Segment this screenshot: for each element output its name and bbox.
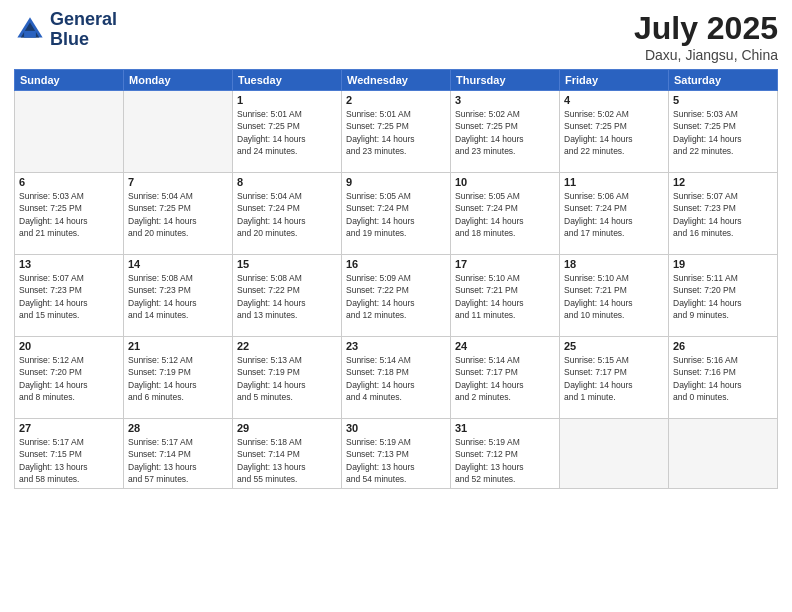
calendar-cell: 15Sunrise: 5:08 AM Sunset: 7:22 PM Dayli…: [233, 255, 342, 337]
calendar-cell: 29Sunrise: 5:18 AM Sunset: 7:14 PM Dayli…: [233, 419, 342, 489]
calendar-cell: 23Sunrise: 5:14 AM Sunset: 7:18 PM Dayli…: [342, 337, 451, 419]
day-number: 26: [673, 340, 773, 352]
day-number: 5: [673, 94, 773, 106]
day-info: Sunrise: 5:01 AM Sunset: 7:25 PM Dayligh…: [346, 108, 446, 157]
day-info: Sunrise: 5:02 AM Sunset: 7:25 PM Dayligh…: [455, 108, 555, 157]
day-number: 30: [346, 422, 446, 434]
calendar-cell: 1Sunrise: 5:01 AM Sunset: 7:25 PM Daylig…: [233, 91, 342, 173]
day-info: Sunrise: 5:05 AM Sunset: 7:24 PM Dayligh…: [346, 190, 446, 239]
calendar-cell: 25Sunrise: 5:15 AM Sunset: 7:17 PM Dayli…: [560, 337, 669, 419]
logo-line1: General: [50, 10, 117, 30]
day-info: Sunrise: 5:10 AM Sunset: 7:21 PM Dayligh…: [455, 272, 555, 321]
calendar-cell: 2Sunrise: 5:01 AM Sunset: 7:25 PM Daylig…: [342, 91, 451, 173]
day-number: 17: [455, 258, 555, 270]
day-info: Sunrise: 5:06 AM Sunset: 7:24 PM Dayligh…: [564, 190, 664, 239]
day-number: 15: [237, 258, 337, 270]
day-number: 11: [564, 176, 664, 188]
header: General Blue July 2025 Daxu, Jiangsu, Ch…: [14, 10, 778, 63]
day-info: Sunrise: 5:19 AM Sunset: 7:13 PM Dayligh…: [346, 436, 446, 485]
calendar-week-row: 20Sunrise: 5:12 AM Sunset: 7:20 PM Dayli…: [15, 337, 778, 419]
day-info: Sunrise: 5:14 AM Sunset: 7:17 PM Dayligh…: [455, 354, 555, 403]
day-info: Sunrise: 5:10 AM Sunset: 7:21 PM Dayligh…: [564, 272, 664, 321]
day-number: 16: [346, 258, 446, 270]
title-block: July 2025 Daxu, Jiangsu, China: [634, 10, 778, 63]
day-number: 6: [19, 176, 119, 188]
calendar-cell: 27Sunrise: 5:17 AM Sunset: 7:15 PM Dayli…: [15, 419, 124, 489]
calendar: SundayMondayTuesdayWednesdayThursdayFrid…: [14, 69, 778, 489]
day-info: Sunrise: 5:14 AM Sunset: 7:18 PM Dayligh…: [346, 354, 446, 403]
calendar-week-row: 13Sunrise: 5:07 AM Sunset: 7:23 PM Dayli…: [15, 255, 778, 337]
calendar-cell: 4Sunrise: 5:02 AM Sunset: 7:25 PM Daylig…: [560, 91, 669, 173]
calendar-header-row: SundayMondayTuesdayWednesdayThursdayFrid…: [15, 70, 778, 91]
weekday-header: Friday: [560, 70, 669, 91]
calendar-cell: 28Sunrise: 5:17 AM Sunset: 7:14 PM Dayli…: [124, 419, 233, 489]
day-number: 8: [237, 176, 337, 188]
day-number: 31: [455, 422, 555, 434]
day-number: 22: [237, 340, 337, 352]
weekday-header: Monday: [124, 70, 233, 91]
calendar-cell: 18Sunrise: 5:10 AM Sunset: 7:21 PM Dayli…: [560, 255, 669, 337]
day-info: Sunrise: 5:11 AM Sunset: 7:20 PM Dayligh…: [673, 272, 773, 321]
calendar-cell: 30Sunrise: 5:19 AM Sunset: 7:13 PM Dayli…: [342, 419, 451, 489]
day-number: 23: [346, 340, 446, 352]
logo-icon: [14, 14, 46, 46]
day-number: 20: [19, 340, 119, 352]
calendar-cell: 24Sunrise: 5:14 AM Sunset: 7:17 PM Dayli…: [451, 337, 560, 419]
calendar-cell: 19Sunrise: 5:11 AM Sunset: 7:20 PM Dayli…: [669, 255, 778, 337]
weekday-header: Saturday: [669, 70, 778, 91]
calendar-cell: [560, 419, 669, 489]
day-info: Sunrise: 5:03 AM Sunset: 7:25 PM Dayligh…: [19, 190, 119, 239]
calendar-cell: 5Sunrise: 5:03 AM Sunset: 7:25 PM Daylig…: [669, 91, 778, 173]
day-number: 9: [346, 176, 446, 188]
day-number: 3: [455, 94, 555, 106]
day-info: Sunrise: 5:12 AM Sunset: 7:19 PM Dayligh…: [128, 354, 228, 403]
day-number: 12: [673, 176, 773, 188]
calendar-cell: 26Sunrise: 5:16 AM Sunset: 7:16 PM Dayli…: [669, 337, 778, 419]
calendar-cell: 16Sunrise: 5:09 AM Sunset: 7:22 PM Dayli…: [342, 255, 451, 337]
day-info: Sunrise: 5:18 AM Sunset: 7:14 PM Dayligh…: [237, 436, 337, 485]
calendar-week-row: 1Sunrise: 5:01 AM Sunset: 7:25 PM Daylig…: [15, 91, 778, 173]
page: General Blue July 2025 Daxu, Jiangsu, Ch…: [0, 0, 792, 612]
logo-line2: Blue: [50, 30, 117, 50]
calendar-week-row: 27Sunrise: 5:17 AM Sunset: 7:15 PM Dayli…: [15, 419, 778, 489]
calendar-cell: 17Sunrise: 5:10 AM Sunset: 7:21 PM Dayli…: [451, 255, 560, 337]
calendar-cell: 21Sunrise: 5:12 AM Sunset: 7:19 PM Dayli…: [124, 337, 233, 419]
day-number: 13: [19, 258, 119, 270]
day-info: Sunrise: 5:09 AM Sunset: 7:22 PM Dayligh…: [346, 272, 446, 321]
calendar-cell: 14Sunrise: 5:08 AM Sunset: 7:23 PM Dayli…: [124, 255, 233, 337]
calendar-cell: 13Sunrise: 5:07 AM Sunset: 7:23 PM Dayli…: [15, 255, 124, 337]
day-info: Sunrise: 5:08 AM Sunset: 7:22 PM Dayligh…: [237, 272, 337, 321]
day-number: 24: [455, 340, 555, 352]
calendar-cell: 3Sunrise: 5:02 AM Sunset: 7:25 PM Daylig…: [451, 91, 560, 173]
calendar-cell: 10Sunrise: 5:05 AM Sunset: 7:24 PM Dayli…: [451, 173, 560, 255]
day-info: Sunrise: 5:13 AM Sunset: 7:19 PM Dayligh…: [237, 354, 337, 403]
day-info: Sunrise: 5:03 AM Sunset: 7:25 PM Dayligh…: [673, 108, 773, 157]
day-info: Sunrise: 5:05 AM Sunset: 7:24 PM Dayligh…: [455, 190, 555, 239]
calendar-cell: 8Sunrise: 5:04 AM Sunset: 7:24 PM Daylig…: [233, 173, 342, 255]
day-number: 21: [128, 340, 228, 352]
day-number: 27: [19, 422, 119, 434]
day-number: 14: [128, 258, 228, 270]
logo: General Blue: [14, 10, 117, 50]
calendar-cell: 9Sunrise: 5:05 AM Sunset: 7:24 PM Daylig…: [342, 173, 451, 255]
day-info: Sunrise: 5:08 AM Sunset: 7:23 PM Dayligh…: [128, 272, 228, 321]
calendar-cell: 22Sunrise: 5:13 AM Sunset: 7:19 PM Dayli…: [233, 337, 342, 419]
day-number: 7: [128, 176, 228, 188]
day-info: Sunrise: 5:17 AM Sunset: 7:14 PM Dayligh…: [128, 436, 228, 485]
calendar-cell: 11Sunrise: 5:06 AM Sunset: 7:24 PM Dayli…: [560, 173, 669, 255]
logo-text: General Blue: [50, 10, 117, 50]
weekday-header: Tuesday: [233, 70, 342, 91]
svg-rect-2: [24, 31, 36, 38]
calendar-cell: [15, 91, 124, 173]
calendar-cell: 31Sunrise: 5:19 AM Sunset: 7:12 PM Dayli…: [451, 419, 560, 489]
day-info: Sunrise: 5:01 AM Sunset: 7:25 PM Dayligh…: [237, 108, 337, 157]
calendar-cell: 20Sunrise: 5:12 AM Sunset: 7:20 PM Dayli…: [15, 337, 124, 419]
day-info: Sunrise: 5:07 AM Sunset: 7:23 PM Dayligh…: [19, 272, 119, 321]
day-number: 2: [346, 94, 446, 106]
day-info: Sunrise: 5:19 AM Sunset: 7:12 PM Dayligh…: [455, 436, 555, 485]
location: Daxu, Jiangsu, China: [634, 47, 778, 63]
day-number: 25: [564, 340, 664, 352]
calendar-cell: [124, 91, 233, 173]
day-info: Sunrise: 5:04 AM Sunset: 7:25 PM Dayligh…: [128, 190, 228, 239]
calendar-cell: 7Sunrise: 5:04 AM Sunset: 7:25 PM Daylig…: [124, 173, 233, 255]
